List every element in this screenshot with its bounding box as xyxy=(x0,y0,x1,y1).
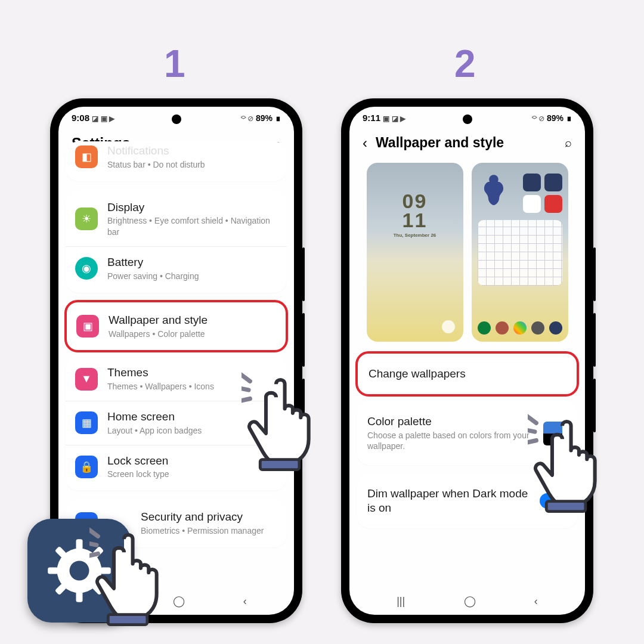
step-number-2: 2 xyxy=(454,42,476,86)
svg-rect-3 xyxy=(76,592,83,602)
back-icon[interactable]: ‹ xyxy=(363,136,367,150)
camera-shortcut-icon xyxy=(442,320,455,333)
sun-icon: ☀ xyxy=(75,208,98,230)
battery-icon: ◉ xyxy=(75,257,98,280)
svg-rect-5 xyxy=(100,568,111,574)
row-label: Change wallpapers xyxy=(369,367,566,381)
preview-lockscreen[interactable]: 09 11 Thu, September 26 xyxy=(367,163,463,342)
row-label: Security and privacy xyxy=(107,510,277,524)
dock xyxy=(472,321,568,335)
row-display[interactable]: ☀ DisplayBrightness • Eye comfort shield… xyxy=(66,192,287,247)
search-icon[interactable]: ⌕ xyxy=(565,136,572,150)
svg-rect-4 xyxy=(48,568,58,574)
calendar-widget xyxy=(478,220,562,286)
row-battery[interactable]: ◉ BatteryPower saving • Charging xyxy=(66,246,287,290)
row-sub: Power saving • Charging xyxy=(107,271,277,282)
row-sub: Themes • Wallpapers • Icons xyxy=(107,381,277,392)
row-sub: Brightness • Eye comfort shield • Naviga… xyxy=(107,215,277,238)
picture-icon: ▣ xyxy=(76,315,99,338)
status-right: ⌔ ⊘ 89%∎ xyxy=(532,113,572,123)
nav-home-icon[interactable]: ◯ xyxy=(464,595,476,608)
nav-back-icon[interactable]: ‹ xyxy=(534,595,538,608)
svg-rect-2 xyxy=(76,539,83,550)
row-wallpaper-style[interactable]: ▣ Wallpaper and styleWallpapers • Color … xyxy=(67,305,286,348)
lockscreen-clock: 09 11 Thu, September 26 xyxy=(367,191,463,238)
nav-recent-icon[interactable]: ||| xyxy=(397,595,405,608)
highlight-wallpaper: ▣ Wallpaper and styleWallpapers • Color … xyxy=(64,300,288,353)
palette-swatch-icon xyxy=(543,422,567,445)
wallpaper-header: ‹ Wallpaper and style ⌕ xyxy=(349,123,585,158)
row-label: Display xyxy=(107,200,277,215)
row-label: Battery xyxy=(107,255,277,270)
status-right: ⌔ ⊘ 89%∎ xyxy=(241,113,281,123)
nav-bar[interactable]: ||| ◯ ‹ xyxy=(349,589,585,615)
grid-icon: ▦ xyxy=(75,411,98,434)
row-label: Themes xyxy=(107,366,277,380)
step-number-1: 1 xyxy=(164,42,185,86)
row-label: Home screen xyxy=(107,410,277,424)
row-sub: Choose a palette based on colors from yo… xyxy=(367,430,534,453)
row-label: Color palette xyxy=(367,414,534,429)
wallpaper-content[interactable]: 09 11 Thu, September 26 xyxy=(349,158,585,589)
status-time: 9:08 ◪ ▣ ▶ xyxy=(72,113,114,123)
row-notifications[interactable]: ◧ NotificationsStatus bar • Do not distu… xyxy=(66,144,287,179)
row-sub: Layout • App icon badges xyxy=(107,425,277,436)
bell-icon: ◧ xyxy=(75,145,98,168)
row-label: Wallpaper and style xyxy=(109,313,276,327)
phone-frame-2: 9:11 ▣ ◪ ▶ ⌔ ⊘ 89%∎ ‹ Wallpaper and styl… xyxy=(341,98,593,623)
row-home-screen[interactable]: ▦ Home screenLayout • App icon badges xyxy=(66,401,287,445)
widget-row xyxy=(523,174,562,191)
nav-back-icon[interactable]: ‹ xyxy=(243,595,247,608)
status-time: 9:11 ▣ ◪ ▶ xyxy=(363,113,405,123)
row-sub: Biometrics • Permission manager xyxy=(107,525,277,537)
highlight-change-wallpapers: Change wallpapers xyxy=(355,351,579,397)
widget-row xyxy=(523,195,562,213)
camera-notch xyxy=(172,114,181,124)
toggle-dim[interactable] xyxy=(540,493,567,509)
page-title: Wallpaper and style xyxy=(376,135,556,151)
row-label: Dim wallpaper when Dark mode is on xyxy=(367,487,528,515)
row-dim-darkmode[interactable]: Dim wallpaper when Dark mode is on xyxy=(357,476,578,526)
lock-icon: 🔒 xyxy=(75,456,98,478)
screen-2: 9:11 ▣ ◪ ▶ ⌔ ⊘ 89%∎ ‹ Wallpaper and styl… xyxy=(349,107,585,615)
row-change-wallpapers[interactable]: Change wallpapers xyxy=(358,356,577,392)
preview-homescreen[interactable] xyxy=(472,163,568,342)
row-sub: Status bar • Do not disturb xyxy=(107,159,277,171)
row-label: Lock screen xyxy=(107,454,277,468)
camera-notch xyxy=(463,114,472,124)
row-label: Notifications xyxy=(107,144,277,158)
row-color-palette[interactable]: Color paletteChoose a palette based on c… xyxy=(357,404,578,463)
figurine-icon xyxy=(480,174,507,209)
settings-app-icon[interactable] xyxy=(27,519,131,623)
themes-icon: ▼ xyxy=(75,368,98,391)
row-sub: Screen lock type xyxy=(107,469,277,480)
row-themes[interactable]: ▼ ThemesThemes • Wallpapers • Icons xyxy=(66,357,287,401)
gear-icon xyxy=(47,538,112,603)
row-lock-screen[interactable]: 🔒 Lock screenScreen lock type xyxy=(66,445,287,489)
row-sub: Wallpapers • Color palette xyxy=(109,329,276,340)
nav-home-icon[interactable]: ◯ xyxy=(173,595,185,608)
svg-point-1 xyxy=(70,561,89,581)
wallpaper-previews: 09 11 Thu, September 26 xyxy=(357,158,578,352)
